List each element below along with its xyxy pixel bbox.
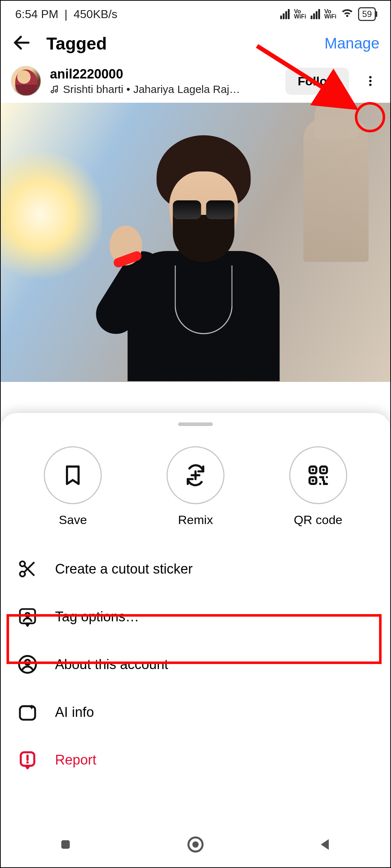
svg-point-2 [369,84,372,86]
menu-list: Create a cutout sticker Tag options… Abo… [1,545,390,784]
triangle-left-icon [318,837,333,852]
status-bar: 6:54 PM | 450KB/s VoWiFi VoWiFi 59 [1,1,390,24]
audio-row[interactable]: Srishti bharti • Jahariya Lagela Raj… [50,83,277,95]
menu-tag-label: Tag options… [55,609,139,625]
svg-point-6 [312,469,314,471]
qr-code-icon [307,464,330,487]
menu-ai-info[interactable]: AI info [1,688,390,736]
nav-back-button[interactable] [313,832,338,857]
more-vertical-icon [364,75,377,88]
system-nav-bar [1,825,390,864]
follow-button[interactable]: Follow [285,68,349,95]
svg-rect-11 [20,609,35,624]
square-icon [58,837,73,852]
battery-indicator: 59 [358,7,376,21]
menu-ai-label: AI info [55,705,94,720]
sheet-grabber[interactable] [178,422,213,426]
action-qr[interactable]: QR code [289,446,347,527]
audio-text: Srishti bharti • Jahariya Lagela Raj… [63,83,240,95]
avatar[interactable] [11,66,41,96]
action-row: Save Remix QR co [1,446,390,545]
action-remix[interactable]: Remix [167,446,224,527]
bottom-sheet: Save Remix QR co [1,413,390,867]
menu-cutout-sticker[interactable]: Create a cutout sticker [1,545,390,593]
nav-home-button[interactable] [183,832,208,857]
svg-point-17 [26,761,29,764]
manage-link[interactable]: Manage [324,35,379,52]
user-circle-icon [17,654,38,675]
post-image[interactable] [1,103,390,382]
action-save-label: Save [59,513,87,527]
tag-person-icon [17,606,38,627]
menu-cutout-label: Create a cutout sticker [55,561,193,577]
svg-point-12 [25,613,30,617]
action-qr-label: QR code [294,513,342,527]
action-save[interactable]: Save [44,446,102,527]
circle-icon [186,835,205,854]
svg-point-21 [192,841,198,847]
svg-point-7 [322,469,325,471]
svg-point-14 [25,660,30,665]
menu-report[interactable]: Report [1,736,390,784]
menu-about-label: About this account [55,657,168,672]
post-header: anil2220000 Srishti bharti • Jahariya La… [1,64,390,103]
svg-point-1 [369,80,372,82]
scissors-icon [17,558,38,580]
menu-about-account[interactable]: About this account [1,641,390,688]
status-netspeed: 450KB/s [73,8,117,21]
bookmark-icon [61,464,84,487]
page-title: Tagged [46,34,107,54]
action-remix-label: Remix [178,513,213,527]
more-options-button[interactable] [358,68,383,94]
ai-sparkle-icon [17,701,38,723]
report-icon [17,749,38,771]
status-time: 6:54 PM [15,8,58,21]
wifi-icon [341,7,354,21]
svg-point-9 [20,561,25,566]
music-note-icon [50,85,59,94]
signal-bars-icon-1 [280,9,290,19]
vowifi-label-2: VoWiFi [324,9,337,20]
vowifi-label-1: VoWiFi [294,9,306,20]
svg-rect-15 [20,706,35,720]
signal-bars-icon-2 [311,9,320,19]
status-separator: | [61,8,71,21]
svg-point-10 [20,571,25,576]
back-button[interactable] [12,33,32,54]
svg-point-0 [369,76,372,78]
svg-point-8 [312,479,314,482]
username[interactable]: anil2220000 [50,67,277,82]
menu-tag-options[interactable]: Tag options… [1,593,390,641]
app-bar: Tagged Manage [1,24,390,64]
remix-icon [184,464,207,487]
svg-rect-19 [62,840,70,848]
menu-report-label: Report [55,752,96,768]
nav-recents-button[interactable] [53,832,78,857]
